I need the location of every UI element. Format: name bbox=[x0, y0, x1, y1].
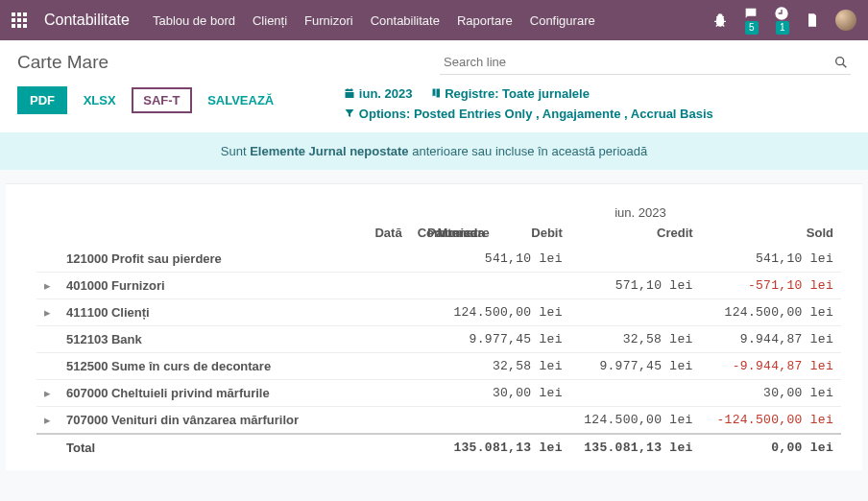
cell-balance: -124.500,00 lei bbox=[701, 407, 841, 435]
activities-badge: 1 bbox=[776, 21, 789, 35]
cell-balance: 30,00 lei bbox=[701, 380, 841, 407]
cell-balance: 124.500,00 lei bbox=[701, 299, 841, 326]
cell-debit: 30,00 lei bbox=[440, 380, 570, 407]
expand-caret-icon[interactable]: ▸ bbox=[36, 380, 59, 407]
expand-caret-icon bbox=[36, 353, 59, 380]
nav-config[interactable]: Configurare bbox=[530, 13, 595, 28]
cell-credit bbox=[570, 299, 701, 326]
cell-credit: 9.977,45 lei bbox=[570, 353, 701, 380]
docs-icon[interactable] bbox=[805, 12, 820, 28]
account-name: 512500 Sume în curs de decontare bbox=[59, 353, 359, 380]
table-row[interactable]: 512500 Sume în curs de decontare32,58 le… bbox=[36, 353, 841, 380]
total-balance: 0,00 lei bbox=[701, 434, 841, 461]
nav-reporting[interactable]: Raportare bbox=[457, 13, 513, 28]
messages-badge: 5 bbox=[745, 21, 759, 35]
apps-icon[interactable] bbox=[12, 12, 27, 28]
expand-caret-icon bbox=[36, 326, 59, 353]
cell-credit bbox=[570, 380, 701, 407]
cell-debit bbox=[440, 273, 570, 299]
cell-debit: 32,58 lei bbox=[440, 353, 570, 380]
table-row[interactable]: ▸707000 Venituri din vânzarea mărfurilor… bbox=[36, 407, 841, 435]
ledger-table: iun. 2023 Dată Comunicare Partener Moned… bbox=[36, 202, 841, 461]
nav-accounting[interactable]: Contabilitate bbox=[371, 13, 440, 28]
banner-suffix: anterioare sau incluse în această perioa… bbox=[409, 144, 648, 158]
nav-vendors[interactable]: Furnizori bbox=[304, 13, 353, 28]
toolbar: PDF XLSX SAF-T SALVEAZĂ iun. 2023 Regist… bbox=[0, 81, 868, 132]
pdf-button[interactable]: PDF bbox=[17, 86, 67, 114]
saft-button[interactable]: SAF-T bbox=[132, 87, 191, 113]
expand-caret-icon[interactable]: ▸ bbox=[36, 299, 59, 326]
nav-dashboard[interactable]: Tablou de bord bbox=[153, 13, 235, 28]
expand-caret-icon[interactable]: ▸ bbox=[36, 273, 59, 299]
nav-customers[interactable]: Clienți bbox=[253, 13, 287, 28]
table-row[interactable]: 512103 Bank9.977,45 lei32,58 lei9.944,87… bbox=[36, 326, 841, 353]
account-name: 411100 Clienți bbox=[59, 299, 359, 326]
header-row: Carte Mare bbox=[0, 40, 868, 81]
col-credit: Credit bbox=[570, 222, 701, 246]
cell-balance: -571,10 lei bbox=[701, 273, 841, 299]
xlsx-button[interactable]: XLSX bbox=[71, 86, 129, 114]
cell-balance: -9.944,87 lei bbox=[701, 353, 841, 380]
report-area: iun. 2023 Dată Comunicare Partener Moned… bbox=[6, 183, 862, 470]
avatar[interactable] bbox=[835, 10, 856, 31]
account-name: 707000 Venituri din vânzarea mărfurilor bbox=[59, 407, 359, 435]
save-button[interactable]: SALVEAZĂ bbox=[195, 86, 286, 114]
banner-bold: Elemente Jurnal nepostate bbox=[250, 144, 408, 158]
col-balance: Sold bbox=[701, 222, 841, 246]
account-name: 512103 Bank bbox=[59, 326, 359, 353]
activities-icon[interactable]: 1 bbox=[774, 6, 789, 36]
banner-prefix: Sunt bbox=[221, 144, 250, 158]
table-row[interactable]: ▸607000 Cheltuieli privind mărfurile30,0… bbox=[36, 380, 841, 407]
filter-icon bbox=[344, 107, 355, 119]
total-label: Total bbox=[59, 434, 359, 461]
search-input[interactable] bbox=[442, 54, 833, 70]
account-name: 121000 Profit sau pierdere bbox=[59, 246, 359, 273]
cell-balance: 9.944,87 lei bbox=[701, 326, 841, 353]
svg-line-1 bbox=[843, 63, 847, 67]
cell-balance: 541,10 lei bbox=[701, 246, 841, 273]
messages-icon[interactable]: 5 bbox=[743, 6, 759, 36]
cell-credit: 32,58 lei bbox=[570, 326, 701, 353]
cell-credit: 571,10 lei bbox=[570, 273, 701, 299]
bug-icon[interactable] bbox=[712, 12, 728, 28]
cell-debit: 541,10 lei bbox=[440, 246, 570, 273]
total-credit: 135.081,13 lei bbox=[570, 434, 701, 461]
table-row[interactable]: ▸401000 Furnizori571,10 lei-571,10 lei bbox=[36, 273, 841, 299]
expand-caret-icon[interactable]: ▸ bbox=[36, 407, 59, 435]
calendar-icon bbox=[344, 87, 355, 99]
cell-credit: 124.500,00 lei bbox=[570, 407, 701, 435]
table-row[interactable]: 121000 Profit sau pierdere541,10 lei541,… bbox=[36, 246, 841, 273]
total-row: Total135.081,13 lei135.081,13 lei0,00 le… bbox=[36, 434, 841, 461]
period-header: iun. 2023 bbox=[440, 202, 841, 222]
account-name: 607000 Cheltuieli privind mărfurile bbox=[59, 380, 359, 407]
col-date: Dată bbox=[359, 222, 409, 246]
total-debit: 135.081,13 lei bbox=[440, 434, 570, 461]
col-communication: Comunicare bbox=[410, 222, 420, 246]
info-banner[interactable]: Sunt Elemente Jurnal nepostate anterioar… bbox=[0, 132, 868, 170]
page-title: Carte Mare bbox=[17, 52, 440, 73]
cell-debit bbox=[440, 407, 570, 435]
expand-caret-icon bbox=[36, 246, 59, 273]
options-filter[interactable]: Options: Posted Entries Only , Angajamen… bbox=[344, 107, 713, 121]
svg-point-0 bbox=[836, 57, 844, 64]
cell-debit: 9.977,45 lei bbox=[440, 326, 570, 353]
book-icon bbox=[430, 87, 442, 99]
table-row[interactable]: ▸411100 Clienți124.500,00 lei124.500,00 … bbox=[36, 299, 841, 326]
journals-filter[interactable]: Registre: Toate jurnalele bbox=[430, 86, 590, 101]
cell-debit: 124.500,00 lei bbox=[440, 299, 570, 326]
cell-credit bbox=[570, 246, 701, 273]
account-name: 401000 Furnizori bbox=[59, 273, 359, 299]
period-filter[interactable]: iun. 2023 bbox=[344, 86, 412, 101]
top-nav: Contabilitate Tablou de bord Clienți Fur… bbox=[0, 0, 868, 40]
search-bar[interactable] bbox=[440, 50, 851, 75]
search-icon[interactable] bbox=[833, 55, 849, 70]
app-brand: Contabilitate bbox=[44, 12, 130, 29]
